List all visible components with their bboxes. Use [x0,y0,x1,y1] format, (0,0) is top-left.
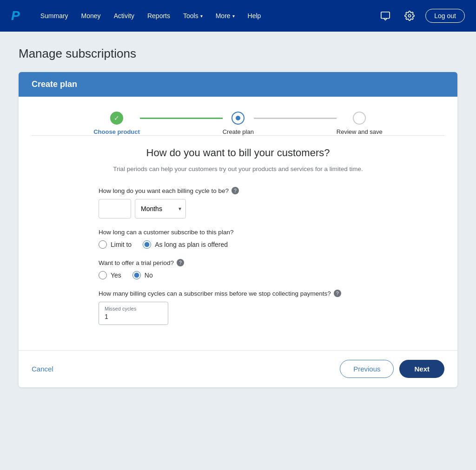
navbar-actions: Log out [377,7,465,24]
subscribe-radio-group: Limit to As long as plan is offered [99,240,377,249]
missed-cycles-input[interactable] [105,313,162,320]
nav-item-money[interactable]: Money [76,8,106,23]
form-subtext: Trial periods can help your customers tr… [99,165,377,174]
stepper-step-3: Review and save [337,112,383,135]
nav-item-help[interactable]: Help [242,8,267,23]
missed-cycles-input-wrap: Missed cycles [99,302,168,325]
subscribe-length-label: How long can a customer subscribe to thi… [99,229,377,236]
billing-cycle-help-icon[interactable]: ? [231,187,239,194]
billing-cycle-unit-select-wrap: Days Weeks Months Years ▾ [135,199,186,218]
trial-help-icon[interactable]: ? [177,259,184,266]
nav-menu: Summary Money Activity Reports Tools ▾ M… [35,8,377,23]
billing-cycle-number-input[interactable] [99,199,131,218]
paypal-logo: P [11,8,20,23]
nav-item-activity[interactable]: Activity [108,8,140,23]
tools-chevron-icon: ▾ [200,13,203,19]
missed-cycles-help-icon[interactable]: ? [334,290,341,297]
subscribe-radio-aslong[interactable]: As long as plan is offered [143,240,228,249]
stepper-line-1 [140,118,223,119]
page-content: Manage subscriptions Create plan ✓ Choos… [0,32,476,470]
card-body: ✓ Choose product Create plan Revie [19,97,457,350]
card-header-title: Create plan [32,79,77,89]
next-button[interactable]: Next [399,360,444,378]
nav-item-more[interactable]: More ▾ [210,8,240,23]
subscribe-radio-limit-input[interactable] [99,240,107,249]
trial-radio-no-input[interactable] [132,271,141,279]
missed-cycles-group: How many billing cycles can a subscriber… [99,290,377,325]
divider [32,135,444,136]
billing-cycle-unit-select[interactable]: Days Weeks Months Years [135,199,186,218]
more-chevron-icon: ▾ [232,13,235,19]
stepper: ✓ Choose product Create plan Revie [93,112,383,135]
card-footer: Cancel Previous Next [19,350,457,387]
svg-point-1 [409,14,411,17]
subscribe-length-group: How long can a customer subscribe to thi… [99,229,377,249]
trial-radio-yes-input[interactable] [99,271,107,279]
stepper-step-1: ✓ Choose product [93,112,140,135]
billing-cycle-group: How long do you want each billing cycle … [99,187,377,218]
footer-nav: Previous Next [340,360,444,378]
previous-button[interactable]: Previous [340,360,394,378]
logout-button[interactable]: Log out [425,9,465,23]
missed-cycles-inner: Missed cycles [105,306,162,321]
page-title: Manage subscriptions [19,46,457,61]
nav-item-tools[interactable]: Tools ▾ [178,8,208,23]
subscribe-radio-aslong-input[interactable] [143,240,151,249]
form-heading: How do you want to bill your customers? [99,147,377,159]
create-plan-card: Create plan ✓ Choose product Create plan [19,72,457,387]
stepper-circle-2 [231,112,245,125]
stepper-inner-dot-2 [236,116,240,120]
cancel-button[interactable]: Cancel [32,365,53,373]
form-section: How do you want to bill your customers? … [99,147,377,325]
message-icon-button[interactable] [377,7,394,24]
billing-cycle-label: How long do you want each billing cycle … [99,187,377,194]
stepper-circle-3 [353,112,366,125]
trial-period-group: Want to offer a trial period? ? Yes No [99,259,377,279]
stepper-step-2: Create plan [223,112,254,135]
svg-rect-0 [381,12,390,19]
nav-item-summary[interactable]: Summary [35,8,74,23]
stepper-circle-1: ✓ [110,112,123,125]
missed-cycles-label: How many billing cycles can a subscriber… [99,290,377,297]
trial-period-label: Want to offer a trial period? ? [99,259,377,266]
subscribe-radio-limit[interactable]: Limit to [99,240,132,249]
billing-cycle-row: Days Weeks Months Years ▾ [99,199,377,218]
card-header: Create plan [19,72,457,97]
stepper-line-2 [254,118,337,119]
nav-item-reports[interactable]: Reports [142,8,176,23]
missed-cycles-field-label: Missed cycles [105,306,162,311]
stepper-label-3: Review and save [337,128,383,135]
trial-radio-group: Yes No [99,271,377,279]
settings-icon-button[interactable] [401,7,418,24]
stepper-label-2: Create plan [223,128,254,135]
stepper-label-1: Choose product [93,128,140,135]
navbar: P Summary Money Activity Reports Tools ▾… [0,0,476,32]
trial-radio-no[interactable]: No [132,271,153,279]
trial-radio-yes[interactable]: Yes [99,271,121,279]
